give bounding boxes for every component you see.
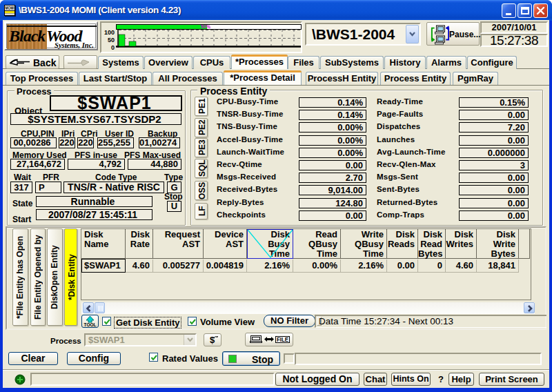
svg-text:TOOL: TOOL xyxy=(84,322,97,327)
svg-text:$: $ xyxy=(210,335,215,345)
svg-text:MOMI: MOMI xyxy=(6,6,14,10)
svg-text:FILE: FILE xyxy=(277,336,288,343)
